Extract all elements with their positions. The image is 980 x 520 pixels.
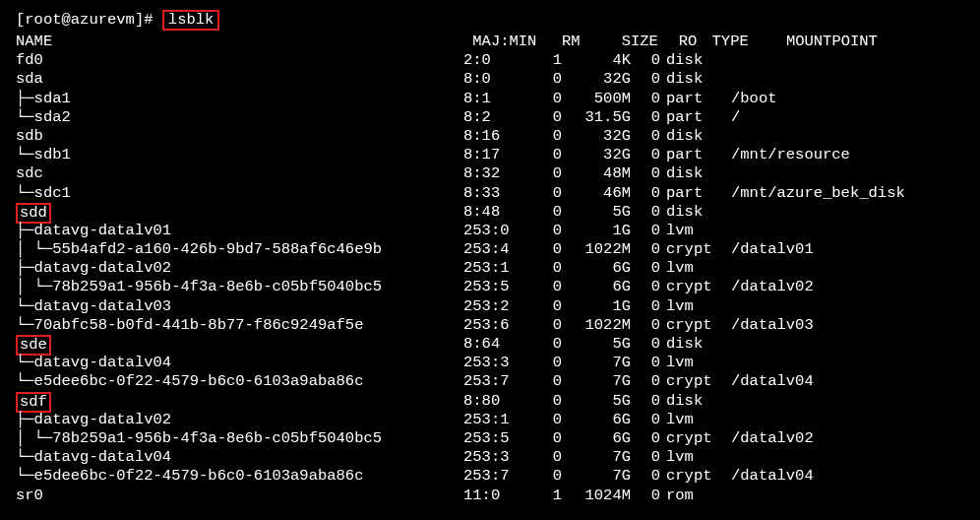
rm: 0 — [532, 467, 562, 486]
type: disk — [660, 51, 725, 70]
type: crypt — [660, 372, 725, 391]
device-name-cell: sr0 — [16, 487, 463, 505]
lsblk-row: ├─datavg-datalv02253:106G0lvm — [16, 411, 964, 429]
device-name-cell: └─datavg-datalv03 — [16, 297, 463, 316]
size: 1022M — [562, 316, 631, 335]
lsblk-row: └─sdc1 8:33046M0part/mnt/azure_bek_disk — [16, 184, 964, 203]
type: disk — [660, 164, 725, 183]
majmin: 8:64 — [463, 335, 532, 354]
lsblk-row: └─e5dee6bc-0f22-4579-b6c0-6103a9aba86c25… — [16, 467, 964, 486]
tree-branch-glyph: ├─ — [16, 222, 34, 239]
type: lvm — [660, 354, 725, 372]
device-name-cell: sdb — [16, 127, 463, 146]
type: lvm — [660, 222, 725, 240]
majmin: 8:17 — [463, 146, 532, 164]
ro: 0 — [631, 70, 660, 89]
size: 7G — [562, 467, 631, 486]
mountpoint: /datalv01 — [725, 240, 814, 259]
device-name-cell: │ └─78b259a1-956b-4f3a-8e6b-c05bf5040bc5 — [16, 278, 463, 296]
majmin: 8:32 — [463, 164, 532, 183]
rm: 0 — [532, 203, 562, 222]
tree-branch-glyph: └─ — [16, 146, 34, 163]
rm: 0 — [532, 108, 562, 127]
tree-branch-glyph: └─ — [16, 372, 34, 390]
majmin: 8:80 — [463, 392, 532, 411]
size: 31.5G — [562, 108, 631, 127]
tree-branch-glyph: └─ — [16, 108, 34, 126]
ro: 0 — [631, 335, 660, 354]
rm: 0 — [532, 316, 562, 335]
device-name: datavg-datalv04 — [34, 448, 172, 466]
ro: 0 — [631, 467, 660, 486]
device-name-cell: └─datavg-datalv04 — [16, 354, 463, 372]
device-name-cell: └─sdc1 — [16, 184, 463, 203]
size: 32G — [562, 146, 631, 164]
device-name-cell: │ └─55b4afd2-a160-426b-9bd7-588af6c46e9b — [16, 240, 463, 259]
device-name: datavg-datalv02 — [34, 411, 172, 428]
tree-branch-glyph: └─ — [16, 316, 34, 334]
size: 1022M — [562, 240, 631, 259]
lsblk-row: ├─datavg-datalv01253:001G0lvm — [16, 222, 964, 240]
device-name: sda — [16, 70, 43, 88]
device-name: sdc1 — [34, 184, 71, 202]
majmin: 8:0 — [463, 70, 532, 89]
rm: 0 — [532, 278, 562, 296]
lsblk-row: sdb 8:16032G0disk — [16, 127, 964, 146]
lsblk-row: └─70abfc58-b0fd-441b-8b77-f86c9249af5e25… — [16, 316, 964, 335]
device-name: 78b259a1-956b-4f3a-8e6b-c05bf5040bc5 — [52, 278, 382, 295]
size: 5G — [562, 203, 631, 222]
type: disk — [660, 127, 725, 146]
lsblk-header-row: NAME MAJ:MIN RM SIZE RO TYPE MOUNTPOINT — [16, 32, 964, 51]
prompt-user-host: [root@azurevm]# — [16, 11, 153, 29]
ro: 0 — [631, 184, 660, 203]
size: 32G — [562, 127, 631, 146]
device-name-cell: sde — [16, 335, 463, 356]
device-name: fd0 — [16, 51, 43, 69]
device-name: sda1 — [34, 90, 71, 107]
device-name-cell: └─e5dee6bc-0f22-4579-b6c0-6103a9aba86c — [16, 467, 463, 486]
device-name: sdd — [16, 203, 51, 224]
ro: 0 — [631, 487, 660, 505]
ro: 0 — [631, 297, 660, 316]
rm: 0 — [532, 354, 562, 372]
device-name-cell: ├─datavg-datalv01 — [16, 222, 463, 240]
device-name-cell: sdd — [16, 203, 463, 224]
tree-branch-glyph: │ └─ — [16, 240, 52, 258]
rm: 0 — [532, 411, 562, 429]
majmin: 8:1 — [463, 90, 532, 108]
col-ro: RO — [667, 32, 697, 51]
device-name: 55b4afd2-a160-426b-9bd7-588af6c46e9b — [52, 240, 382, 258]
rm: 0 — [532, 335, 562, 354]
device-name: sda2 — [34, 108, 71, 126]
size: 1024M — [562, 487, 631, 505]
rm: 0 — [532, 184, 562, 203]
ro: 0 — [631, 203, 660, 222]
mountpoint: / — [725, 108, 740, 127]
rm: 0 — [532, 259, 562, 278]
device-name-cell: └─e5dee6bc-0f22-4579-b6c0-6103a9aba86c — [16, 372, 463, 391]
tree-branch-glyph: └─ — [16, 354, 34, 371]
type: crypt — [660, 278, 725, 296]
majmin: 11:0 — [463, 487, 532, 505]
prompt-command[interactable]: lsblk — [162, 10, 220, 31]
lsblk-row: sdc 8:32048M0disk — [16, 164, 964, 183]
device-name: sdb1 — [34, 146, 71, 163]
majmin: 253:2 — [463, 297, 532, 316]
type: part — [660, 184, 725, 203]
device-name: sdb — [16, 127, 43, 145]
rm: 0 — [532, 297, 562, 316]
col-type: TYPE — [706, 32, 771, 51]
ro: 0 — [631, 429, 660, 448]
rm: 0 — [532, 222, 562, 240]
type: lvm — [660, 259, 725, 278]
majmin: 253:5 — [463, 429, 532, 448]
type: part — [660, 108, 725, 127]
majmin: 2:0 — [463, 51, 532, 70]
lsblk-row: sda 8:0032G0disk — [16, 70, 964, 89]
tree-branch-glyph: └─ — [16, 297, 34, 315]
device-name: sr0 — [16, 487, 43, 504]
col-rm: RM — [551, 32, 581, 51]
ro: 0 — [631, 411, 660, 429]
lsblk-row: └─sda2 8:2031.5G0part/ — [16, 108, 964, 127]
device-name-cell: sdf — [16, 392, 463, 413]
